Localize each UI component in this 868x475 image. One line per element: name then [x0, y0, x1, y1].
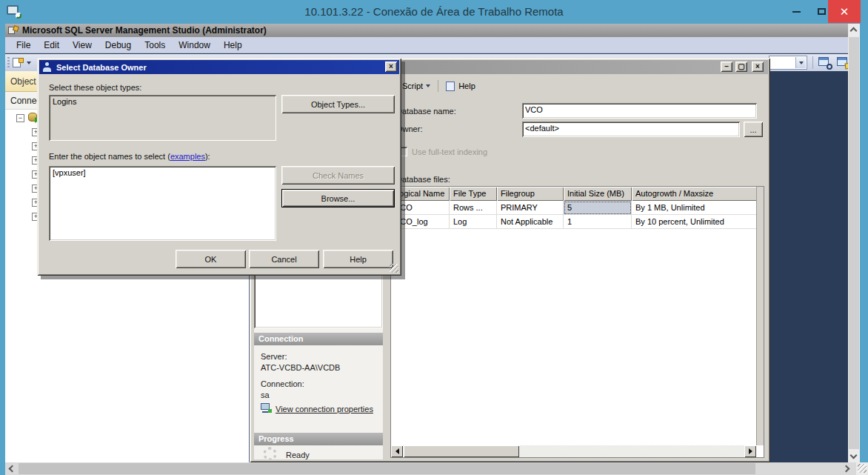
scroll-down-icon[interactable] — [850, 452, 858, 459]
select-database-owner-dialog: Select Database Owner × Select these obj… — [37, 58, 401, 276]
scroll-right-button[interactable] — [744, 445, 756, 457]
cancel-button[interactable]: Cancel — [249, 250, 319, 268]
grid-cell-selected[interactable]: 5 — [564, 201, 632, 215]
grid-row[interactable]: VCO Rows ... PRIMARY 5 By 1 MB, Unlimite… — [391, 201, 764, 215]
ssms-app-icon — [8, 26, 19, 35]
scroll-right-icon[interactable] — [843, 465, 850, 473]
menu-file[interactable]: File — [10, 37, 37, 53]
minimize-icon — [792, 11, 801, 13]
grid-cell[interactable]: By 1 MB, Unlimited — [632, 201, 758, 215]
toolbar-separator — [438, 80, 438, 92]
rdp-vertical-scrollbar[interactable] — [848, 24, 860, 462]
scrollbar-thumb[interactable] — [404, 445, 519, 457]
owner-dialog-titlebar[interactable]: Select Database Owner × — [39, 60, 399, 74]
server-label: Server: — [261, 352, 287, 361]
close-button[interactable]: ✕ — [828, 0, 861, 23]
tree-collapse-toggle[interactable]: − — [16, 114, 24, 122]
menu-debug[interactable]: Debug — [99, 37, 138, 53]
rdp-titlebar: 10.101.3.22 - Conexão de Área de Trabalh… — [0, 0, 868, 24]
grid-cell[interactable]: By 10 percent, Unlimited — [632, 215, 758, 229]
minimize-button[interactable] — [784, 0, 809, 23]
combobox-dropdown-button[interactable] — [795, 57, 806, 68]
rdp-window: 10.101.3.22 - Conexão de Área de Trabalh… — [0, 0, 868, 475]
object-names-label-pre: Enter the object names to select ( — [49, 152, 170, 161]
window-properties-toolbar-button[interactable] — [835, 56, 848, 70]
database-name-input[interactable]: VCO — [522, 103, 757, 119]
grid-horizontal-scrollbar[interactable] — [391, 445, 756, 457]
remote-desktop-viewport: Microsoft SQL Server Management Studio (… — [5, 24, 848, 462]
close-icon: ✕ — [840, 5, 849, 19]
examples-link[interactable]: examples — [170, 152, 205, 161]
object-types-value: Logins — [53, 97, 76, 106]
owner-browse-button[interactable]: ... — [744, 122, 763, 137]
grid-cell[interactable]: Rows ... — [450, 201, 497, 215]
connection-properties-icon — [261, 403, 272, 413]
scrollbar-thumb[interactable] — [19, 463, 755, 474]
ssms-titlebar: Microsoft SQL Server Management Studio (… — [5, 24, 848, 37]
grid-vertical-scrollbar[interactable] — [756, 187, 764, 445]
menu-view[interactable]: View — [66, 37, 99, 53]
object-names-value: [vpxuser] — [53, 168, 86, 177]
menu-tools[interactable]: Tools — [138, 37, 172, 53]
dialog-close-button[interactable]: × — [385, 62, 397, 72]
object-types-list[interactable]: Logins — [49, 95, 276, 141]
object-types-label: Select these object types: — [49, 83, 141, 92]
grid-cell[interactable]: 1 — [564, 215, 632, 229]
dialog-minimize-button[interactable]: – — [721, 62, 732, 72]
check-names-button[interactable]: Check Names — [281, 166, 395, 185]
dialog-help-button[interactable]: Help — [441, 80, 480, 93]
new-query-button[interactable] — [13, 56, 38, 70]
dialog-maximize-button[interactable]: ▢ — [735, 62, 747, 72]
database-files-label: Database files: — [396, 175, 450, 184]
window-search-toolbar-button[interactable] — [817, 56, 833, 70]
grid-header-cell[interactable]: Initial Size (MB) — [564, 187, 632, 201]
menu-edit[interactable]: Edit — [37, 37, 66, 53]
object-names-label: Enter the object names to select (exampl… — [49, 152, 210, 161]
chevron-down-icon — [426, 84, 430, 87]
dialog-close-button[interactable]: × — [752, 62, 764, 72]
rdp-horizontal-scrollbar[interactable] — [5, 462, 856, 475]
server-value: ATC-VCBD-AA\VCDB — [261, 363, 340, 372]
resize-grip[interactable] — [856, 462, 868, 475]
scrollbar-thumb[interactable] — [849, 37, 859, 449]
user-icon — [42, 62, 52, 72]
database-name-label: Database name: — [396, 107, 456, 116]
grid-cell[interactable]: Not Applicable — [497, 215, 564, 229]
rdp-title: 10.101.3.22 - Conexão de Área de Trabalh… — [0, 0, 868, 24]
scroll-left-button[interactable] — [391, 445, 403, 457]
grid-cell[interactable]: Log — [450, 215, 497, 229]
object-names-input[interactable]: [vpxuser] — [49, 166, 276, 241]
toolbar-separator — [812, 56, 813, 69]
maximize-icon — [818, 8, 826, 15]
toolbar-grip[interactable] — [7, 57, 10, 68]
menu-help[interactable]: Help — [217, 37, 249, 53]
ssms-title: Microsoft SQL Server Management Studio (… — [22, 25, 267, 36]
resize-grip[interactable] — [390, 264, 398, 273]
grid-header-cell[interactable]: Filegroup — [497, 187, 564, 201]
help-icon — [446, 82, 455, 91]
browse-button[interactable]: Browse... — [281, 189, 395, 207]
grid-header-row: Logical Name File Type Filegroup Initial… — [391, 187, 764, 201]
chevron-down-icon — [27, 62, 31, 64]
grid-cell[interactable]: PRIMARY — [497, 201, 564, 215]
toolbar-combobox[interactable] — [769, 56, 807, 70]
database-files-grid: Logical Name File Type Filegroup Initial… — [390, 186, 764, 458]
connection-label: Connection: — [261, 379, 304, 388]
scroll-left-icon[interactable] — [9, 465, 16, 473]
grid-row[interactable]: VCO_log Log Not Applicable 1 By 10 perce… — [391, 215, 764, 229]
fulltext-label: Use full-text indexing — [412, 147, 487, 156]
object-types-button[interactable]: Object Types... — [281, 95, 395, 113]
grid-header-cell[interactable]: Autogrowth / Maxsize — [632, 187, 758, 201]
new-query-icon — [13, 58, 24, 68]
grid-header-cell[interactable]: File Type — [450, 187, 497, 201]
scroll-up-icon[interactable] — [850, 27, 858, 35]
help-button[interactable]: Help — [323, 250, 393, 268]
ok-button[interactable]: OK — [176, 250, 246, 268]
menu-window[interactable]: Window — [172, 37, 217, 53]
view-connection-properties-link[interactable]: View connection properties — [276, 405, 373, 413]
connection-value: sa — [261, 391, 270, 399]
progress-section-header: Progress — [254, 433, 383, 445]
owner-input[interactable]: <default> — [522, 122, 740, 137]
connection-section-header: Connection — [254, 333, 383, 345]
object-names-label-post: ): — [205, 152, 210, 161]
